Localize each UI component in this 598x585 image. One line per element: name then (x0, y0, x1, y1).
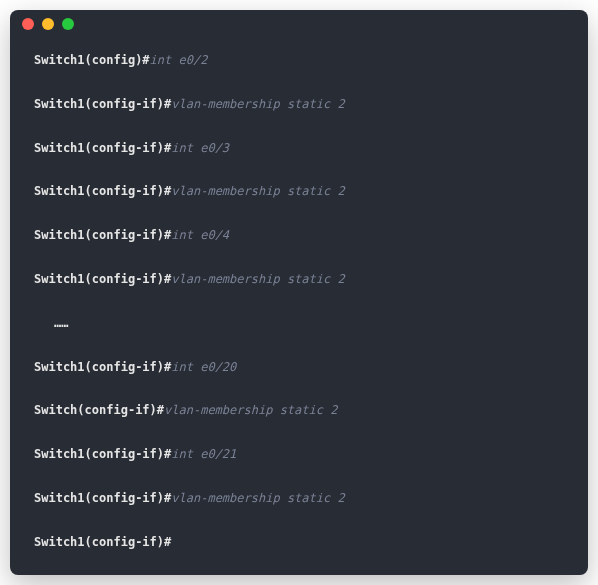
terminal-line: Switch1(config-if)#int e0/3 (34, 140, 564, 157)
terminal-line: Switch1(config-if)#int e0/4 (34, 227, 564, 244)
close-icon[interactable] (22, 18, 34, 30)
minimize-icon[interactable] (42, 18, 54, 30)
terminal-window: Switch1(config)#int e0/2 Switch1(config-… (10, 10, 588, 575)
command: int e0/21 (171, 447, 236, 461)
command: vlan-membership static 2 (171, 184, 344, 198)
terminal-line: Switch1(config-if)# (34, 534, 564, 551)
terminal-line: Switch1(config)#int e0/2 (34, 52, 564, 69)
command: vlan-membership static 2 (171, 97, 344, 111)
prompt: Switch1(config-if)# (34, 141, 171, 155)
prompt: Switch1(config-if)# (34, 535, 171, 549)
prompt: Switch1(config-if)# (34, 97, 171, 111)
command: vlan-membership static 2 (171, 272, 344, 286)
terminal-line: Switch1(config-if)#int e0/21 (34, 446, 564, 463)
command: int e0/2 (150, 53, 208, 67)
prompt: Switch1(config-if)# (34, 360, 171, 374)
prompt: Switch1(config-if)# (34, 184, 171, 198)
terminal-line: Switch1(config-if)#vlan-membership stati… (34, 490, 564, 507)
terminal-line: Switch(config-if)#vlan-membership static… (34, 402, 564, 419)
prompt: Switch(config-if)# (34, 403, 164, 417)
terminal-line: Switch1(config-if)#vlan-membership stati… (34, 96, 564, 113)
prompt: Switch1(config-if)# (34, 272, 171, 286)
terminal-line: Switch1(config-if)#vlan-membership stati… (34, 183, 564, 200)
maximize-icon[interactable] (62, 18, 74, 30)
command: vlan-membership static 2 (164, 403, 337, 417)
prompt: Switch1(config-if)# (34, 228, 171, 242)
command: int e0/3 (171, 141, 229, 155)
terminal-line: Switch1(config-if)#int e0/20 (34, 359, 564, 376)
ellipsis: …… (54, 316, 68, 330)
command: int e0/20 (171, 360, 236, 374)
prompt: Switch1(config)# (34, 53, 150, 67)
command: vlan-membership static 2 (171, 491, 344, 505)
titlebar (10, 10, 588, 38)
terminal-line: Switch1(config-if)#vlan-membership stati… (34, 271, 564, 288)
terminal-body[interactable]: Switch1(config)#int e0/2 Switch1(config-… (10, 38, 588, 571)
prompt: Switch1(config-if)# (34, 491, 171, 505)
command: int e0/4 (171, 228, 229, 242)
ellipsis-line: …… (54, 315, 564, 332)
prompt: Switch1(config-if)# (34, 447, 171, 461)
